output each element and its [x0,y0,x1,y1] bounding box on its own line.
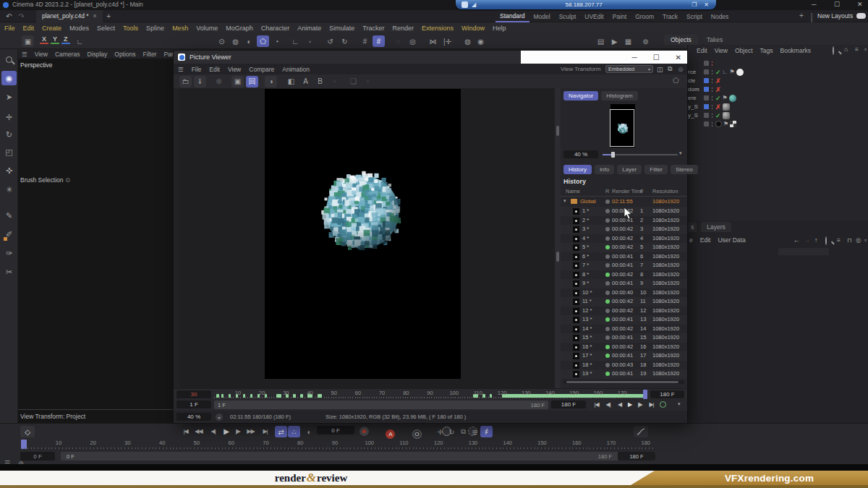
set-b-button[interactable]: B [314,76,326,87]
layout-tab[interactable]: Groom [631,12,658,22]
next-frame-button[interactable]: |▶ [233,427,242,436]
camera-label[interactable]: Perspective [20,61,52,69]
pin-icon[interactable] [461,1,468,8]
back-arrow-icon[interactable]: ← [793,236,800,244]
compare-contrast-icon[interactable]: ◑ [265,76,277,87]
current-frame-field[interactable]: 0 F [317,426,354,435]
sound-icon[interactable]: ◖ [302,426,315,437]
record-scale-icon[interactable]: ⧉ [457,426,469,437]
viewport-menu-filter[interactable]: Filter [143,51,157,58]
object-row[interactable]: dom ✓ ✗ ∟ ⚑ [688,85,868,93]
render-view-icon[interactable]: ⊙ [216,35,228,47]
play-mode-icon[interactable]: ∴ [288,426,300,437]
layers-menu-edit[interactable]: Edit [700,236,711,244]
layout-tab[interactable]: UVEdit [580,12,608,22]
navigator-tab[interactable]: Navigator [563,91,598,100]
tab-attributes-cut[interactable]: s [688,222,697,232]
fcurve-icon[interactable] [634,426,648,437]
object-row[interactable]: ere ✓ ✗ ∟ ⚑ [688,94,868,102]
history-row[interactable]: 5 * 00:00:42 5 1080x1920 [561,243,687,252]
pv-next-frame-button[interactable]: |▶ [635,400,644,409]
attr-filter-icon[interactable]: ≡ [837,236,841,244]
om-home-icon[interactable]: ⌂ [844,46,848,53]
light-tag-icon[interactable]: ∟ [723,69,728,75]
document-tab[interactable]: planet_poly.c4d * × [36,10,103,22]
canvas-sidebar-divider[interactable] [555,88,561,388]
flag-tag-icon[interactable]: ⚑ [723,95,728,101]
document-tab-close-icon[interactable]: × [93,12,97,20]
pv-menu-edit[interactable]: Edit [209,66,220,73]
menu-item[interactable]: Tracker [362,25,384,32]
divider-grip-top[interactable] [556,126,559,136]
menu-item[interactable]: Render [392,25,414,32]
pv-menu-compare[interactable]: Compare [249,66,274,73]
forward-arrow-icon[interactable]: → [804,236,810,244]
prev-frame-button[interactable]: ◀| [208,427,218,436]
tab-layers[interactable]: Layers [701,222,731,232]
render-picture-viewer-icon[interactable]: ▶ [608,35,621,47]
object-enable-box[interactable] [704,104,709,109]
viewport-menu-display[interactable]: Display [87,51,107,58]
viewport-menu-view[interactable]: View [35,51,48,58]
menu-item[interactable]: MoGraph [226,25,253,32]
history-row[interactable]: 18 * 00:00:43 18 1080x1920 [561,361,687,370]
light-object-icon[interactable] [736,69,744,76]
attr-search-icon[interactable] [825,237,827,244]
layout-tab[interactable]: Script [682,12,707,22]
record-parameter-icon[interactable]: ≣ [469,426,481,437]
history-h-scrollbar-thumb[interactable] [566,381,678,383]
loop-mode-icon[interactable]: ⇄ [275,426,287,437]
pv-lock-icon[interactable]: ⊚ [678,66,684,73]
history-row[interactable]: 13 * 00:00:41 13 1080x1920 [561,315,687,325]
visibility-dots[interactable] [711,69,713,75]
menu-item[interactable]: Create [42,25,61,32]
pv-start-frame-field[interactable]: 30 [176,390,211,398]
menu-item[interactable]: Window [461,25,485,32]
menu-item[interactable]: Modes [69,25,89,32]
menu-item[interactable]: Simulate [329,25,354,32]
pv-zoom-field[interactable]: 40 % [176,413,211,421]
layout-tab[interactable]: Standard [495,11,529,22]
attr-target-icon[interactable]: ◎ [856,236,861,244]
range-start-field[interactable]: 0 F [20,452,55,461]
pv-record-icon[interactable] [660,401,666,408]
pen-spline-icon[interactable]: ◔ [271,35,283,47]
visibility-dots[interactable] [711,95,713,101]
picture-viewer-titlebar[interactable]: Picture Viewer ─ ☐ ✕ [174,51,687,64]
pv-close-button[interactable]: ✕ [676,53,681,61]
col-render-time[interactable]: Render Time [612,188,643,194]
pv-prev-key-button[interactable]: ◀| [603,400,613,409]
divider-grip-bottom[interactable] [556,252,559,262]
pv-range-end-field[interactable]: 180 F [551,401,586,408]
flag-tag-icon[interactable]: ⚑ [723,121,728,127]
range-end-field[interactable]: 180 F [618,452,655,461]
autokey-icon[interactable]: A [386,429,395,439]
attr-lock-icon[interactable]: ⊓ [847,236,852,244]
history-row[interactable]: 8 * 00:00:42 8 1080x1920 [561,270,687,280]
history-row[interactable]: 16 * 00:00:42 16 1080x1920 [561,343,687,352]
pv-playhead[interactable] [643,390,647,399]
menu-item[interactable]: Volume [196,25,218,32]
om-menu-view[interactable]: View [715,47,728,54]
window-minimize-button[interactable]: ─ [812,1,816,8]
om-menu-edit[interactable]: Edit [697,47,707,54]
history-row[interactable]: 7 * 00:00:41 7 1080x1920 [561,261,687,270]
fit-view-icon[interactable]: 回 [246,76,258,87]
pv-end-frame-field[interactable]: 180 F [650,390,684,398]
visibility-dots[interactable] [711,87,713,93]
history-global-row[interactable]: ▾ Global 02:11:55 1080x1920 [561,197,687,207]
image-canvas[interactable] [179,88,555,388]
swap-ab-icon[interactable]: ▫ [328,76,341,87]
viewport-menu-cameras[interactable]: Cameras [55,51,80,58]
om-export-icon[interactable]: ▫ [864,46,867,53]
stop-render-icon[interactable]: ⊗ [213,76,225,87]
pv-panel-tab[interactable]: Filter [644,165,668,174]
ab-compare-icon[interactable]: ◧ [285,76,297,87]
zoom-slider-handle[interactable] [611,152,615,158]
pv-play-button[interactable]: ▶ [625,400,634,409]
menu-item[interactable]: Select [97,25,115,32]
record-pla-icon[interactable]: ҂ [480,426,493,437]
history-row[interactable]: 3 * 00:00:42 3 1080x1920 [561,225,687,234]
expand-chevron-icon[interactable]: ▾ [563,198,566,204]
layout-tab[interactable]: Paint [608,12,631,22]
